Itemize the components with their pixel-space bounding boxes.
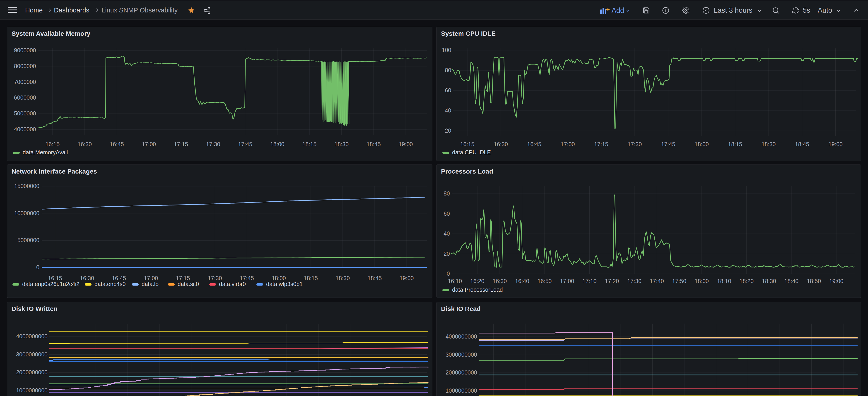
svg-text:17:15: 17:15: [174, 141, 188, 147]
svg-text:18:15: 18:15: [302, 141, 317, 147]
svg-text:18:30: 18:30: [336, 275, 350, 281]
svg-text:18:10: 18:10: [717, 278, 731, 284]
svg-text:5000000: 5000000: [14, 110, 36, 117]
svg-text:16:30: 16:30: [493, 278, 507, 284]
svg-text:20: 20: [443, 251, 450, 257]
svg-text:18:00: 18:00: [694, 278, 709, 284]
svg-text:18:30: 18:30: [762, 278, 776, 284]
svg-text:5000000: 5000000: [18, 237, 39, 243]
svg-text:16:45: 16:45: [112, 275, 126, 281]
svg-text:8000000: 8000000: [14, 63, 36, 69]
svg-text:4000000000: 4000000000: [16, 333, 48, 339]
svg-text:18:20: 18:20: [740, 278, 754, 284]
svg-text:18:40: 18:40: [784, 278, 799, 284]
svg-text:16:45: 16:45: [110, 141, 124, 147]
svg-text:19:00: 19:00: [399, 141, 413, 147]
svg-text:18:15: 18:15: [728, 141, 742, 147]
svg-text:18:00: 18:00: [270, 141, 284, 147]
svg-text:7000000: 7000000: [14, 79, 36, 85]
svg-text:0: 0: [36, 264, 39, 270]
svg-text:1000000000: 1000000000: [16, 387, 48, 394]
svg-text:15000000: 15000000: [14, 183, 39, 189]
svg-text:17:45: 17:45: [240, 275, 254, 281]
svg-text:9000000: 9000000: [14, 47, 36, 54]
svg-text:17:10: 17:10: [582, 278, 597, 284]
svg-text:16:15: 16:15: [460, 141, 474, 147]
svg-text:60: 60: [445, 87, 451, 94]
svg-text:19:00: 19:00: [400, 275, 414, 281]
svg-text:16:15: 16:15: [45, 141, 60, 147]
svg-text:16:30: 16:30: [78, 141, 92, 147]
svg-text:18:30: 18:30: [335, 141, 349, 147]
svg-text:17:30: 17:30: [627, 278, 642, 284]
svg-text:4000000: 4000000: [14, 126, 36, 132]
svg-text:60: 60: [443, 210, 450, 217]
svg-text:80: 80: [445, 67, 451, 73]
svg-text:100: 100: [442, 47, 451, 53]
svg-text:17:20: 17:20: [605, 278, 619, 284]
svg-text:3000000000: 3000000000: [445, 352, 477, 358]
svg-text:20: 20: [445, 127, 451, 134]
svg-text:10000000: 10000000: [14, 210, 39, 216]
svg-text:17:00: 17:00: [560, 278, 574, 284]
svg-text:16:20: 16:20: [470, 278, 485, 284]
svg-text:19:00: 19:00: [828, 141, 843, 147]
svg-text:16:10: 16:10: [448, 278, 462, 284]
svg-text:80: 80: [443, 190, 450, 197]
svg-text:17:45: 17:45: [661, 141, 676, 147]
svg-text:18:45: 18:45: [367, 141, 381, 147]
svg-text:17:30: 17:30: [206, 141, 220, 147]
svg-text:6000000: 6000000: [14, 94, 36, 101]
svg-text:17:00: 17:00: [144, 275, 158, 281]
svg-text:0: 0: [447, 270, 450, 277]
svg-text:18:50: 18:50: [807, 278, 821, 284]
svg-text:40: 40: [445, 107, 451, 113]
svg-text:18:15: 18:15: [304, 275, 318, 281]
svg-text:18:30: 18:30: [762, 141, 776, 147]
svg-text:16:30: 16:30: [80, 275, 94, 281]
svg-text:17:15: 17:15: [176, 275, 190, 281]
svg-text:16:40: 16:40: [515, 278, 529, 284]
svg-text:16:15: 16:15: [48, 275, 62, 281]
svg-text:18:45: 18:45: [795, 141, 809, 147]
svg-text:1000000000: 1000000000: [445, 387, 477, 394]
svg-text:40: 40: [443, 230, 450, 237]
svg-text:17:15: 17:15: [594, 141, 609, 147]
svg-text:17:00: 17:00: [561, 141, 575, 147]
svg-text:16:50: 16:50: [537, 278, 552, 284]
svg-text:17:30: 17:30: [208, 275, 222, 281]
svg-text:18:00: 18:00: [694, 141, 709, 147]
svg-text:2000000000: 2000000000: [445, 369, 477, 376]
svg-text:16:45: 16:45: [527, 141, 541, 147]
svg-text:17:45: 17:45: [238, 141, 252, 147]
svg-text:16:30: 16:30: [494, 141, 508, 147]
svg-text:4000000000: 4000000000: [445, 333, 477, 340]
svg-text:2000000000: 2000000000: [16, 369, 48, 375]
svg-text:3000000000: 3000000000: [16, 351, 48, 358]
svg-text:17:00: 17:00: [142, 141, 156, 147]
svg-text:17:40: 17:40: [650, 278, 664, 284]
svg-text:19:00: 19:00: [829, 278, 843, 284]
svg-text:17:30: 17:30: [628, 141, 642, 147]
svg-text:18:00: 18:00: [272, 275, 286, 281]
svg-text:17:50: 17:50: [672, 278, 686, 284]
svg-text:18:45: 18:45: [368, 275, 382, 281]
